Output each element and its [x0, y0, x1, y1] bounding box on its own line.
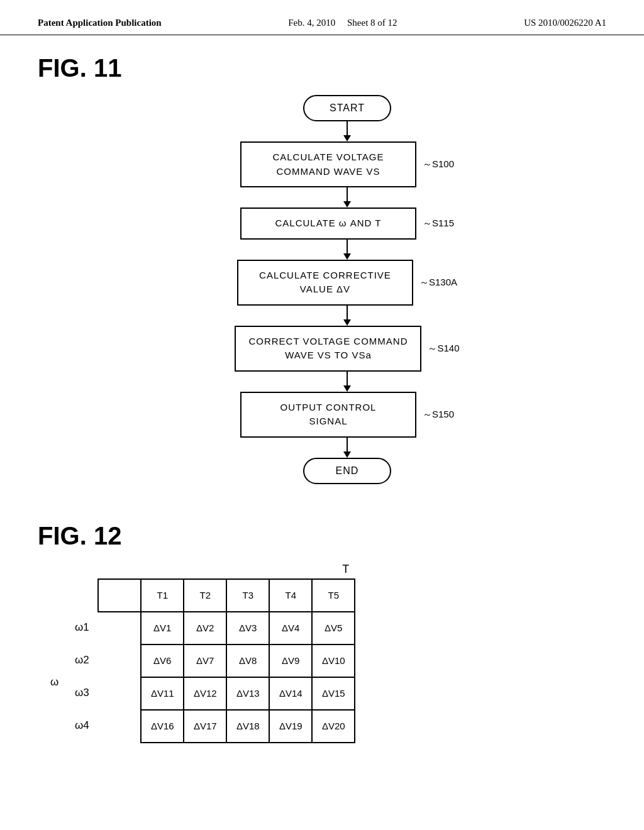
end-node: END	[303, 458, 391, 484]
v-line	[347, 306, 348, 319]
cell-dv2: ΔV2	[184, 612, 226, 645]
s115-label: ～S115	[423, 218, 454, 230]
header-t3: T3	[226, 579, 269, 612]
arrow	[343, 385, 351, 392]
v-line	[347, 438, 348, 451]
cell-dv16: ΔV16	[141, 710, 184, 743]
cell-dv17: ΔV17	[184, 710, 226, 743]
arrow	[343, 135, 351, 141]
arrow	[343, 253, 351, 260]
omega3-label: ω3	[66, 677, 97, 709]
table-row: ΔV16 ΔV17 ΔV18 ΔV19 ΔV20	[98, 710, 355, 743]
start-oval: START	[303, 95, 391, 121]
header-sheet: Sheet 8 of 12	[347, 18, 397, 28]
fig12-label: FIG. 12	[38, 522, 606, 550]
s150-label: ～S150	[423, 409, 454, 421]
s140-box: CORRECT VOLTAGE COMMANDWAVE VS TO VSa	[235, 326, 421, 372]
fig11-section: FIG. 11 START CALCULATE VOLTAGECOMMAND W…	[38, 54, 606, 484]
s100-box: CALCULATE VOLTAGECOMMAND WAVE VS	[240, 141, 416, 187]
cell-dv20: ΔV20	[312, 710, 355, 743]
header-empty	[98, 579, 141, 612]
cell-dv11: ΔV11	[141, 677, 184, 710]
v-line	[347, 240, 348, 253]
omega1-label: ω1	[66, 611, 97, 644]
omega-axis-label: ω	[50, 676, 58, 689]
header-t2: T2	[184, 579, 226, 612]
s140-node: CORRECT VOLTAGE COMMANDWAVE VS TO VSa ～S…	[235, 326, 459, 372]
page-header: Patent Application Publication Feb. 4, 2…	[0, 0, 644, 35]
omega2-label: ω2	[66, 644, 97, 677]
connector-1	[343, 121, 351, 141]
s150-node: OUTPUT CONTROLSIGNAL ～S150	[240, 392, 454, 438]
header-publication: Patent Application Publication	[38, 18, 162, 28]
header-date-sheet: Feb. 4, 2010 Sheet 8 of 12	[288, 18, 397, 28]
connector-4	[343, 306, 351, 326]
fig11-label: FIG. 11	[38, 54, 606, 82]
cell-dv9: ΔV9	[269, 645, 312, 677]
cell-dv8: ΔV8	[226, 645, 269, 677]
table-row: ΔV6 ΔV7 ΔV8 ΔV9 ΔV10	[98, 645, 355, 677]
page-content: FIG. 11 START CALCULATE VOLTAGECOMMAND W…	[0, 35, 644, 762]
connector-5	[343, 372, 351, 392]
s150-box: OUTPUT CONTROLSIGNAL	[240, 392, 416, 438]
cell-dv10: ΔV10	[312, 645, 355, 677]
v-line	[347, 121, 348, 135]
cell-dv18: ΔV18	[226, 710, 269, 743]
table-header-row: T1 T2 T3 T4 T5	[98, 579, 355, 612]
s130a-label: ～S130A	[419, 277, 457, 289]
data-table: T1 T2 T3 T4 T5 ΔV1 ΔV2	[97, 578, 355, 743]
t-axis-label: T	[342, 563, 349, 576]
end-oval: END	[303, 458, 391, 484]
connector-2	[343, 187, 351, 208]
s130a-node: CALCULATE CORRECTIVEVALUE ΔV ～S130A	[237, 260, 457, 306]
connector-6	[343, 438, 351, 458]
arrow	[343, 451, 351, 458]
s100-node: CALCULATE VOLTAGECOMMAND WAVE VS ～S100	[240, 141, 454, 187]
flowchart: START CALCULATE VOLTAGECOMMAND WAVE VS ～…	[88, 95, 606, 484]
row-label-omega4	[98, 710, 141, 743]
cell-dv1: ΔV1	[141, 612, 184, 645]
cell-dv5: ΔV5	[312, 612, 355, 645]
header-t4: T4	[269, 579, 312, 612]
row-label-omega1	[98, 612, 141, 645]
fig12-section: FIG. 12 ω T ω1 ω2 ω3 ω4	[38, 522, 606, 743]
row-label-omega2	[98, 645, 141, 677]
arrow	[343, 201, 351, 208]
cell-dv14: ΔV14	[269, 677, 312, 710]
table-row: ΔV11 ΔV12 ΔV13 ΔV14 ΔV15	[98, 677, 355, 710]
arrow	[343, 319, 351, 326]
s100-label: ～S100	[423, 158, 454, 170]
header-t1: T1	[141, 579, 184, 612]
cell-dv6: ΔV6	[141, 645, 184, 677]
cell-dv7: ΔV7	[184, 645, 226, 677]
header-patent-number: US 2010/0026220 A1	[524, 18, 606, 28]
omega4-label: ω4	[66, 709, 97, 742]
cell-dv12: ΔV12	[184, 677, 226, 710]
start-node: START	[303, 95, 391, 121]
s130a-box: CALCULATE CORRECTIVEVALUE ΔV	[237, 260, 413, 306]
connector-3	[343, 240, 351, 260]
row-label-omega3	[98, 677, 141, 710]
v-line	[347, 372, 348, 385]
header-date: Feb. 4, 2010	[288, 18, 335, 28]
s115-node: CALCULATE ω AND T ～S115	[240, 208, 454, 240]
cell-dv4: ΔV4	[269, 612, 312, 645]
v-line	[347, 187, 348, 201]
cell-dv19: ΔV19	[269, 710, 312, 743]
cell-dv15: ΔV15	[312, 677, 355, 710]
cell-dv13: ΔV13	[226, 677, 269, 710]
cell-dv3: ΔV3	[226, 612, 269, 645]
table-row: ΔV1 ΔV2 ΔV3 ΔV4 ΔV5	[98, 612, 355, 645]
s115-box: CALCULATE ω AND T	[240, 208, 416, 240]
header-t5: T5	[312, 579, 355, 612]
s140-label: ～S140	[428, 343, 459, 355]
